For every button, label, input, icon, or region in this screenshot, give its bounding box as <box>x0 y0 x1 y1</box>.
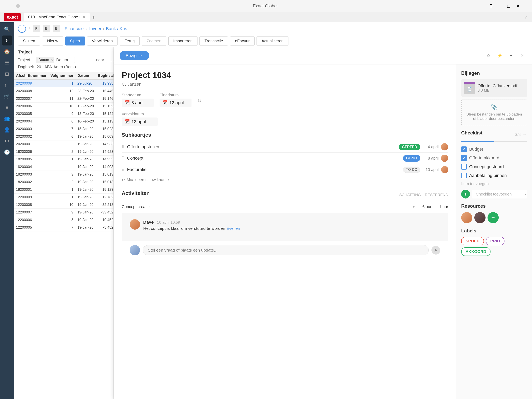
table-row[interactable]: 202000071122-Feb-2015,146.0016,446.00 <box>14 95 114 102</box>
table-row[interactable]: 1820000419-Jan-2014,903.0015,013.00 <box>14 163 114 171</box>
sidebar-icon-euro[interactable]: € <box>2 36 12 45</box>
help-icon[interactable]: ? <box>490 3 492 9</box>
table-row[interactable]: 20200005913-Feb-2015,124.0015,135.00 <box>14 110 114 118</box>
browser-tab[interactable]: 010 - MacBean Exact Globe+ ✕ <box>24 13 90 21</box>
einddatum-value[interactable]: 📅 12 april <box>160 99 191 107</box>
table-row[interactable]: 202000061015-Feb-2015,135.0015,146.00 <box>14 102 114 110</box>
transactie-button[interactable]: Transactie <box>199 37 228 45</box>
star-icon[interactable]: ☆ <box>485 52 493 60</box>
open-button[interactable]: Open <box>65 37 85 45</box>
sidebar-icon-settings[interactable]: ⚙ <box>2 136 12 146</box>
flash-icon[interactable]: ⚡ <box>496 52 504 60</box>
sidebar-icon-shopping[interactable]: 🛒 <box>2 91 12 101</box>
comment-send-button[interactable]: ➤ <box>431 246 440 254</box>
activiteit-dropdown-1[interactable]: ▾ <box>413 204 415 209</box>
sidebar-icon-layers[interactable]: ≡ <box>2 102 12 113</box>
panel-header-actions: ☆ ⚡ ▾ ✕ <box>485 52 526 60</box>
table-row[interactable]: 20200009129-Jul-2013,935.00962.30 <box>14 80 114 87</box>
close-icon[interactable]: ✕ <box>516 3 520 9</box>
status-button[interactable]: Bezig → <box>120 51 149 60</box>
nieuw-button[interactable]: Nieuw <box>42 37 63 45</box>
startdatum-value[interactable]: 📅 3 april <box>122 99 154 107</box>
status-label: Bezig <box>126 53 137 58</box>
actualiseren-button[interactable]: Actualiseren <box>257 37 288 45</box>
table-row[interactable]: 12200006819-Jan-20-10,452.00-33,452.00 <box>14 216 114 224</box>
tab-add-button[interactable]: + <box>92 14 95 20</box>
table-row[interactable]: 12200007919-Jan-20-33,452.00-32,218.00 <box>14 209 114 216</box>
breadcrumb-bank[interactable]: Bank / Kas <box>106 26 127 31</box>
checkbox-offerte[interactable] <box>461 155 467 161</box>
cell-datum: 19-Jan-20 <box>76 201 96 209</box>
upload-text: Sleep bestanden om te uploaden of blader… <box>466 112 523 121</box>
nav-letter-b1[interactable]: B <box>43 25 50 32</box>
vervaldatum-value[interactable]: 📅 12 april <box>122 118 158 126</box>
breadcrumb-invoer[interactable]: Invoer <box>89 26 101 31</box>
table-row[interactable]: 20200003715-Jan-2015,023.0015,113.00 <box>14 125 114 133</box>
sidebar-icon-clock[interactable]: 🕐 <box>2 147 12 157</box>
terug-button[interactable]: Terug <box>120 37 140 45</box>
traject-select[interactable]: Datum <box>36 57 54 63</box>
datum-from-input[interactable] <box>74 57 94 63</box>
subcard-offerte[interactable]: ⠿ Offerte opstellen GEREED 4 april <box>122 141 448 153</box>
sidebar-icon-list[interactable]: ☰ <box>2 58 12 68</box>
comment-link[interactable]: Evellen <box>226 226 240 231</box>
add-checklist-button[interactable]: + <box>461 190 470 198</box>
table-row[interactable]: 18200003319-Jan-2015,013.0014,903.00 <box>14 171 114 178</box>
subcard-facturatie[interactable]: ⠿ Facturatie TO DO 10 april <box>122 164 448 175</box>
subcard-concept[interactable]: ⠿ Concept BEZIG 8 april <box>122 153 448 164</box>
sidebar-icon-home[interactable]: 🏠 <box>2 47 12 57</box>
link-afschrift[interactable]: 20200009 <box>16 81 32 85</box>
table-row[interactable]: 202000081223-Feb-2016,446.0015,046.00 <box>14 87 114 95</box>
activiteit-schatting-1: 6 uur <box>418 204 431 209</box>
sidebar-icon-grid[interactable]: ⊞ <box>2 69 12 79</box>
cell-datum: 13-Feb-20 <box>76 110 96 118</box>
cell-afschrift: 20200007 <box>14 95 49 102</box>
sidebar-icon-user-plus[interactable]: 👤 <box>2 125 12 135</box>
datum-to-input[interactable] <box>106 57 114 63</box>
table-row[interactable]: 18200001119-Jan-2015,123.0015,013.00 <box>14 186 114 194</box>
importeren-button[interactable]: Importeren <box>168 37 198 45</box>
breadcrumb-financieel[interactable]: Financieel <box>65 26 85 31</box>
table-row[interactable]: 20200002619-Jan-2015,003.0015,023.00 <box>14 133 114 140</box>
cell-datum: 19-Jan-20 <box>76 171 96 178</box>
table-row[interactable]: 18200005119-Jan-2014,933.0015,933.00 <box>14 156 114 163</box>
verwijderen-button[interactable]: Verwijderen <box>87 37 118 45</box>
minimize-icon[interactable]: − <box>498 3 501 9</box>
table-row[interactable]: 20200001519-Jan-2014,933.0015,003.00 <box>14 140 114 148</box>
checklist-add-item[interactable]: Item toevoegen <box>461 180 527 188</box>
checklist-select[interactable]: Checklist toevoegen <box>472 190 527 198</box>
comment-input[interactable] <box>143 245 429 255</box>
add-resource-button[interactable]: + <box>488 212 499 223</box>
checkbox-aanbetaling[interactable] <box>461 173 467 178</box>
tab-close-icon[interactable]: ✕ <box>82 15 86 19</box>
label-spoed[interactable]: SPOED <box>461 237 484 245</box>
label-prio[interactable]: PRIO <box>486 237 505 245</box>
upload-area[interactable]: 📎 Sleep bestanden om te uploaden of blad… <box>461 100 527 125</box>
efactuur-button[interactable]: eFacuur <box>230 37 254 45</box>
table-row[interactable]: 20200004810-Feb-2015,113.0015,102.00 <box>14 118 114 125</box>
sync-icon[interactable]: ↻ <box>197 98 202 107</box>
label-akkoord[interactable]: AKKOORD <box>461 247 490 256</box>
close-panel-icon[interactable]: ✕ <box>518 52 526 60</box>
table-row[interactable]: 12200009119-Jan-2012,782.0015,133.00 <box>14 194 114 201</box>
table-row[interactable]: 122000081019-Jan-20-32,218.0012,782.00 <box>14 201 114 209</box>
sidebar-icon-tag[interactable]: 🏷 <box>2 80 12 90</box>
sidebar-icon-users[interactable]: 👥 <box>2 114 12 124</box>
checklist-arrow-icon[interactable]: → <box>522 132 527 137</box>
table-row[interactable]: 18200002219-Jan-2015,013.0014,933.00 <box>14 178 114 186</box>
back-button[interactable]: ← <box>18 25 26 33</box>
nav-letter-b2[interactable]: B <box>53 25 60 32</box>
cell-begin: -5,452.00 <box>96 224 114 231</box>
sidebar-icon-search[interactable]: 🔍 <box>2 24 12 34</box>
maximize-icon[interactable]: □ <box>507 3 510 9</box>
favorites-icon[interactable]: ☆ <box>524 15 528 19</box>
sluiten-button[interactable]: Sluiten <box>18 37 40 45</box>
attachment-item[interactable]: 📄 Offerte_C.Janzen.pdf 8.8 MB <box>461 79 527 97</box>
new-card-link[interactable]: ↩ Maak een nieuw kaartje <box>122 175 448 184</box>
checkbox-budget[interactable] <box>461 146 467 152</box>
table-row[interactable]: 18200006219-Jan-2014,923.0014,993.00 <box>14 148 114 156</box>
nav-letter-f[interactable]: F <box>33 25 40 32</box>
table-row[interactable]: 12200005719-Jan-20-5,452.00-10,452.00 <box>14 224 114 231</box>
checkbox-concept[interactable] <box>461 164 467 170</box>
chevron-down-icon[interactable]: ▾ <box>507 52 515 60</box>
